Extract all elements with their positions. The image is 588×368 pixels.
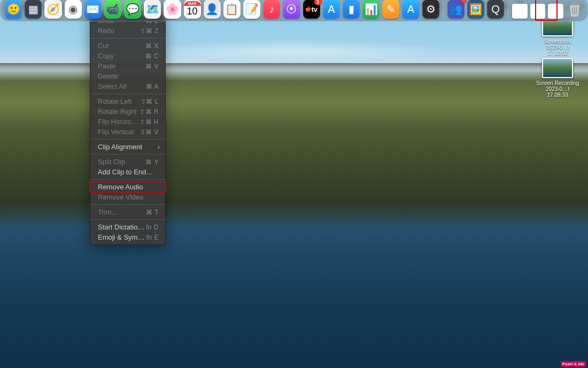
dock-glyph-icon: ⚙︎ <box>426 3 436 16</box>
dock-calendar[interactable]: MAR10 <box>184 0 201 19</box>
dock-contacts[interactable]: 👤 <box>204 0 221 19</box>
menu-item-shortcut: ⇧⌘ L <box>141 98 159 105</box>
menu-item-label: Emoji & Symbols <box>98 233 146 241</box>
dock-glyph-icon: 🧭 <box>47 3 60 16</box>
dock-teams[interactable]: 👥 <box>447 0 465 19</box>
file-name-label: Screenshot2023-0…t 17.10.02 <box>536 39 579 56</box>
menu-separator <box>90 154 165 155</box>
menu-item-shortcut: ⌘ C <box>145 52 159 60</box>
menu-item-flip-vertical: Flip Vertical⇧⌘ V <box>90 127 165 137</box>
menu-item-shortcut: ⇧⌘ R <box>140 108 159 116</box>
svg-line-17 <box>572 7 573 14</box>
menu-item-label: Remove Audio <box>98 183 159 191</box>
dock-system-settings[interactable]: ⚙︎ <box>422 0 439 19</box>
file-thumbnail-icon <box>542 58 573 78</box>
menu-item-label: Delete <box>98 72 159 80</box>
menu-item-emoji-symbols[interactable]: Emoji & Symbolsfn E <box>90 232 165 242</box>
dock-photos[interactable]: 🌸 <box>164 0 181 19</box>
dock-glyph-icon: 🗺️ <box>146 3 159 16</box>
dock-glyph-icon: 👤 <box>205 3 219 16</box>
dock-keynote[interactable]: ▮ <box>343 0 360 19</box>
dock-podcasts[interactable]: ⦿ <box>283 0 300 19</box>
svg-rect-16 <box>572 2 577 3</box>
dock-preview[interactable]: 🖼️ <box>467 0 484 19</box>
dock-separator <box>443 2 444 19</box>
dock-glyph-icon: ▦ <box>28 3 38 16</box>
dock-doc2[interactable] <box>530 4 546 19</box>
dock-notes[interactable]: 📝 <box>243 0 260 19</box>
menu-item-shortcut: ⌘ X <box>145 42 159 50</box>
dock-messages[interactable]: 💬 <box>124 0 141 19</box>
menu-item-label: Start Dictation… <box>98 223 146 231</box>
menu-item-clip-alignment[interactable]: Clip Alignment <box>90 142 165 152</box>
menu-item-label: Paste <box>98 62 145 70</box>
menu-item-label: Remove Video <box>98 193 159 201</box>
menu-item-label: Copy <box>98 52 145 60</box>
dock-trash[interactable] <box>566 0 583 19</box>
dock-badge <box>461 0 466 3</box>
dock-glyph-icon: ✎ <box>386 3 396 16</box>
menu-item-cut: Cut⌘ X <box>90 41 165 51</box>
menu-separator <box>90 139 165 140</box>
calendar-month-label: MAR <box>184 1 201 6</box>
menu-item-label: Cut <box>98 42 145 50</box>
dock-glyph-icon: 📋 <box>225 3 238 16</box>
dock-music[interactable]: ♪ <box>263 0 280 19</box>
menu-separator <box>90 219 165 220</box>
dock-glyph-icon: ◉ <box>68 3 78 16</box>
menu-separator <box>90 94 165 94</box>
dock-chrome[interactable]: ◉ <box>65 0 82 19</box>
dock-app-store[interactable]: A <box>323 0 340 19</box>
menu-item-label: Trim… <box>98 208 146 216</box>
dock-quicktime-player[interactable]: Q <box>487 0 504 19</box>
menu-item-label: Flip Horizontal <box>98 118 140 126</box>
dock-doc1[interactable] <box>512 4 528 19</box>
menu-item-paste: Paste⌘ V <box>90 61 165 71</box>
svg-line-19 <box>576 7 577 14</box>
watermark: Pearl & Ide <box>561 361 586 367</box>
menu-item-shortcut: ⇧⌘ H <box>140 118 159 126</box>
menu-item-shortcut: ⌘ V <box>145 63 159 70</box>
dock-doc3[interactable] <box>548 4 563 19</box>
dock-glyph-icon: 🙂 <box>7 3 20 16</box>
dock-safari[interactable]: 🧭 <box>44 0 61 19</box>
menu-item-shortcut: ⇧⌘ Z <box>140 27 159 35</box>
menu-item-rotate-right: Rotate Right⇧⌘ R <box>90 106 165 117</box>
dock-app-store-2[interactable]: A <box>402 0 419 19</box>
dock-glyph-icon: ⦿ <box>286 3 297 16</box>
dock-numbers[interactable]: 📊 <box>362 0 380 19</box>
dock-launchpad[interactable]: ▦ <box>25 0 42 19</box>
dock-finder[interactable]: 🙂 <box>5 0 22 19</box>
desktop-file[interactable]: Screenshot2023-0…t 17.10.02 <box>536 16 579 56</box>
dock-tv[interactable]: 🍎tv1 <box>303 0 320 19</box>
menu-item-start-dictation[interactable]: Start Dictation…fn D <box>90 222 165 232</box>
dock-maps[interactable]: 🗺️ <box>144 0 161 19</box>
menu-item-label: Add Clip to End… <box>98 168 159 176</box>
menu-item-shortcut: fn D <box>146 224 159 231</box>
menu-item-shortcut: ⌘ A <box>146 83 159 90</box>
dock-reminders[interactable]: 📋 <box>223 0 241 19</box>
menu-item-add-clip-to-end[interactable]: Add Clip to End… <box>90 167 165 177</box>
calendar-day-label: 10 <box>187 6 198 17</box>
dock-glyph-icon: 📹 <box>106 3 119 16</box>
dock-mail[interactable]: ✉️ <box>84 0 102 19</box>
dock-glyph-icon: Q <box>491 3 500 16</box>
dock-glyph-icon: 🌸 <box>166 3 179 16</box>
menu-item-copy: Copy⌘ C <box>90 51 165 61</box>
dock-glyph-icon: A <box>407 3 414 16</box>
menu-item-redo: Redo⇧⌘ Z <box>90 26 165 36</box>
dock-pages[interactable]: ✎ <box>382 0 399 19</box>
desktop-file[interactable]: Screen Recording2023-0…t 17.09.33 <box>536 58 579 98</box>
dock-glyph-icon: A <box>328 3 335 16</box>
menu-item-trim: Trim…⌘ T <box>90 207 165 217</box>
svg-rect-15 <box>569 3 580 5</box>
dock-glyph-icon: ▮ <box>349 3 354 16</box>
menu-item-label: Flip Vertical <box>98 128 140 136</box>
menu-item-remove-video: Remove Video <box>90 192 165 202</box>
menu-item-remove-audio[interactable]: Remove Audio <box>90 182 165 192</box>
edit-menu-dropdown: Undo⌘ ZRedo⇧⌘ ZCut⌘ XCopy⌘ CPaste⌘ VDele… <box>90 13 166 245</box>
file-name-label: Screen Recording2023-0…t 17.09.33 <box>536 80 579 98</box>
dock-facetime[interactable]: 📹 <box>104 0 121 19</box>
dock-glyph-icon: ✉️ <box>86 3 99 16</box>
menu-item-shortcut: ⌘ T <box>146 209 159 216</box>
